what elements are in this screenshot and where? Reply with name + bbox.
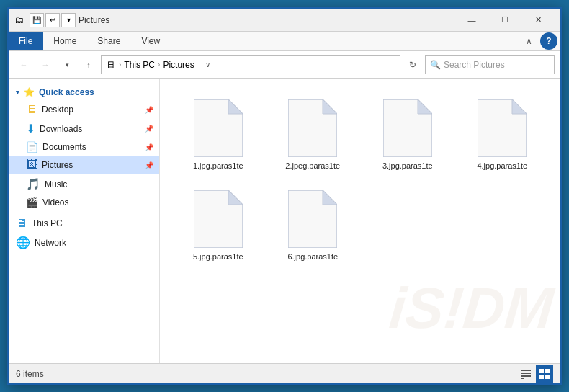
explorer-window: 🗂 💾 ↩ ▾ Pictures — ☐ ✕ File Home Share V… [7,7,562,385]
videos-label: Videos [42,197,68,208]
sidebar-item-network[interactable]: 🌐 Network [9,233,159,252]
file-icon-6 [288,190,337,248]
window-title: Pictures [76,15,455,25]
file-item-5[interactable]: 5.jpg.paras1te [174,184,262,267]
tab-home[interactable]: Home [43,32,87,50]
quick-access-label: Quick access [39,87,94,97]
documents-pin-icon: 📌 [145,143,153,151]
file-item-1[interactable]: 1.jpg.paras1te [174,93,262,177]
title-bar: 🗂 💾 ↩ ▾ Pictures — ☐ ✕ [9,9,560,32]
svg-marker-7 [512,99,527,114]
window-controls: — ☐ ✕ [455,9,555,32]
quick-save-button[interactable]: 💾 [30,13,44,27]
path-sep-2: › [158,61,160,68]
file-item-2[interactable]: 2.jpeg.paras1te [269,93,357,177]
sidebar-header-quick-access[interactable]: ▾ ⭐ Quick access [9,84,159,100]
file-icon-1 [194,99,243,157]
file-name-1: 1.jpg.paras1te [193,161,243,170]
refresh-button[interactable]: ↻ [403,55,422,74]
svg-marker-5 [418,99,432,114]
pictures-label: Pictures [42,160,73,170]
file-name-3: 3.jpg.paras1te [382,161,433,170]
sidebar-item-videos[interactable]: 🎬 Videos [9,194,159,211]
svg-marker-11 [323,190,337,205]
quick-save-area: 💾 ↩ ▾ [30,13,76,27]
downloads-label: Downloads [40,124,82,134]
pictures-pin-icon: 📌 [145,161,153,169]
search-box[interactable]: 🔍 Search Pictures [425,55,555,74]
search-icon: 🔍 [430,60,441,70]
file-item-4[interactable]: 4.jpg.paras1te [459,93,547,177]
list-view-button[interactable] [517,365,534,383]
pictures-icon: 🖼 [26,159,37,172]
history-dropdown-button[interactable]: ▾ [58,55,76,74]
window-icon: 🗂 [14,14,24,25]
svg-rect-14 [521,375,531,377]
file-icon-5 [194,190,243,248]
help-button[interactable]: ? [540,32,557,50]
maximize-button[interactable]: ☐ [488,9,521,32]
grid-view-button[interactable] [536,365,553,383]
path-part-pictures[interactable]: Pictures [163,60,194,70]
desktop-icon: 🖥 [26,103,37,116]
desktop-label: Desktop [42,104,73,115]
status-bar: 6 items [9,363,560,383]
sidebar-item-documents[interactable]: 📄 Documents 📌 [9,138,159,156]
title-bar-icon: 🗂 [14,14,24,25]
file-icon-4 [478,99,527,157]
quick-access-collapse-icon: ▾ [16,89,19,96]
content-watermark: iS!DM [387,275,556,342]
up-button[interactable]: ↑ [79,55,98,74]
svg-marker-9 [228,190,243,205]
path-sep-1: › [119,61,121,68]
item-count: 6 items [16,369,44,379]
quick-access-icon: ⭐ [24,87,35,97]
downloads-pin-icon: 📌 [145,125,153,133]
music-label: Music [45,179,67,190]
file-item-3[interactable]: 3.jpg.paras1te [364,93,452,177]
file-name-4: 4.jpg.paras1te [477,161,527,170]
svg-marker-3 [323,99,337,114]
sidebar-item-pictures[interactable]: 🖼 Pictures 📌 [9,156,159,174]
sidebar-item-downloads[interactable]: ⬇ Downloads 📌 [9,119,159,138]
downloads-icon: ⬇ [26,122,35,135]
files-grid: 1.jpg.paras1te 2.jpeg.paras1te [167,86,553,275]
documents-icon: 📄 [26,141,38,153]
address-bar: ← → ▾ ↑ 🖥 › This PC › Pictures ∨ ↻ 🔍 Sea… [9,51,560,79]
main-area: ▾ ⭐ Quick access 🖥 Desktop 📌 ⬇ Downloads… [9,79,560,363]
ribbon-right: ∧ ? [520,32,560,50]
ribbon: File Home Share View ∧ ? [9,32,560,51]
tab-share[interactable]: Share [87,32,131,50]
content-area: iS!DM 1.jpg.paras1te [160,79,560,363]
ribbon-collapse-button[interactable]: ∧ [520,32,537,50]
close-button[interactable]: ✕ [521,9,555,32]
minimize-button[interactable]: — [455,9,488,32]
music-icon: 🎵 [26,177,40,191]
sidebar-item-thispc[interactable]: 🖥 This PC [9,214,159,233]
network-icon: 🌐 [16,236,30,249]
tab-view[interactable]: View [131,32,171,50]
back-button[interactable]: ← [14,55,33,74]
videos-icon: 🎬 [26,197,38,208]
file-icon-3 [383,99,432,157]
svg-rect-17 [545,369,550,373]
view-toggle-group [517,365,553,383]
svg-rect-12 [521,370,531,371]
sidebar-item-desktop[interactable]: 🖥 Desktop 📌 [9,100,159,119]
svg-rect-18 [539,375,544,379]
file-item-6[interactable]: 6.jpg.paras1te [269,184,357,267]
undo-button[interactable]: ↩ [45,13,60,27]
file-name-6: 6.jpg.paras1te [287,252,338,261]
tab-file[interactable]: File [9,32,43,50]
ribbon-tabs: File Home Share View ∧ ? [9,32,560,50]
qs-dropdown-button[interactable]: ▾ [61,13,76,27]
path-icon: 🖥 [106,59,116,71]
address-path[interactable]: 🖥 › This PC › Pictures ∨ [101,55,400,74]
documents-label: Documents [42,142,86,152]
file-name-5: 5.jpg.paras1te [193,252,243,261]
path-dropdown-button[interactable]: ∨ [199,55,218,74]
svg-rect-19 [545,375,550,379]
path-part-thispc[interactable]: This PC [124,60,155,70]
forward-button[interactable]: → [36,55,55,74]
sidebar-item-music[interactable]: 🎵 Music [9,174,159,194]
